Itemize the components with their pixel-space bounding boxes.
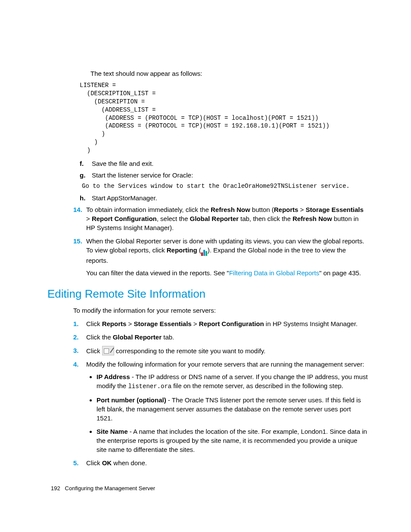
e2-end: tab. [162, 333, 174, 341]
edit-step-4-num: 4. [73, 360, 79, 369]
e5-end: when done. [112, 459, 147, 467]
edit-step-2: 2. Click the Global Reporter tab. [73, 333, 368, 342]
step-f-text: Save the file and exit. [92, 160, 153, 167]
step-15-paren-open: ( [197, 246, 201, 254]
listener-code-block: LISTENER = (DESCRIPTION_LIST = (DESCRIPT… [80, 81, 368, 155]
step-14-reports: Reports [274, 206, 299, 213]
e5-ok: OK [102, 459, 112, 467]
page-number: 192 [51, 485, 60, 492]
e1-gt1: > [126, 320, 134, 327]
footer-title: Configuring the Management Server [65, 485, 156, 492]
edit-step-4: 4. Modify the following information for … [73, 360, 368, 454]
edit-step-3-num: 3. [73, 346, 79, 355]
section-heading: Editing Remote Site Information [47, 286, 368, 302]
step-f: f. Save the file and exit. [80, 159, 368, 168]
step-15-line2b: " on page 435. [319, 269, 361, 277]
step-14-mid1: button ( [250, 206, 274, 213]
reporting-icon [201, 247, 208, 256]
e2-global-reporter: Global Reporter [113, 333, 162, 341]
bullet-ip-address: IP Address - The IP address or DNS name … [97, 372, 368, 391]
step-14-refresh-now-2: Refresh Now [293, 215, 332, 222]
step-14-storage-essentials: Storage Essentials [306, 206, 364, 213]
step-14-mid2: , select the [157, 215, 190, 222]
page-footer: 192 Configuring the Management Server [47, 485, 368, 492]
e3-a: Click [86, 347, 102, 355]
step-g-marker: g. [80, 171, 85, 180]
bullet-site-b: Site Name [97, 428, 128, 435]
edit-step-3: 3. Click corresponding to the remote sit… [73, 346, 368, 355]
step-14-num: 14. [73, 205, 82, 214]
step-15-para1: When the Global Reporter server is done … [86, 236, 368, 265]
filtering-data-link[interactable]: Filtering Data in Global Reports [229, 269, 319, 277]
e3-end: corresponding to the remote site you wan… [114, 347, 266, 355]
e1-reports: Reports [102, 320, 127, 327]
e1-gt2: > [192, 320, 199, 327]
e5-a: Click [86, 459, 102, 467]
bullet-site-name: Site Name - A name that includes the loc… [97, 427, 368, 454]
main-content: The text should now appear as follows: L… [73, 69, 368, 467]
edit-step-5-num: 5. [73, 458, 79, 467]
step-g: g. Start the listener service for Oracle… [80, 171, 368, 180]
e1-a: Click [86, 320, 102, 327]
step-f-marker: f. [80, 159, 84, 168]
edit-step-1-num: 1. [73, 319, 79, 328]
step-14-global-reporter: Global Reporter [190, 215, 238, 222]
e4-intro: Modify the following information for you… [86, 361, 364, 368]
bullet-port-b: Port number (optional) [97, 396, 166, 404]
step-14-text-1: To obtain information immediately, click… [86, 206, 211, 213]
e1-storage-essentials: Storage Essentials [134, 320, 191, 327]
e1-report-config: Report Configuration [199, 320, 264, 327]
step-15: 15. When the Global Reporter server is d… [73, 236, 368, 277]
edit-step-1: 1. Click Reports > Storage Essentials > … [73, 319, 368, 328]
step-14-gt2: > [86, 215, 92, 222]
bullet-ip-code: listener.ora [128, 383, 171, 390]
edit-icon [102, 346, 114, 355]
intro-text: The text should now appear as follows: [90, 69, 368, 78]
section-intro: To modify the information for your remot… [73, 306, 368, 315]
step-15-reporting: Reporting [167, 246, 197, 254]
step-15-line2a: You can filter the data viewed in the re… [86, 269, 229, 277]
bullet-port-number: Port number (optional) - The Oracle TNS … [97, 395, 368, 423]
step-g-text: Start the listener service for Oracle: [92, 171, 193, 179]
bullet-ip-b: IP Address [97, 373, 130, 380]
edit-step-5: 5. Click OK when done. [73, 458, 368, 467]
step-14: 14. To obtain information immediately, c… [73, 205, 368, 232]
edit-step-2-num: 2. [73, 333, 79, 342]
step-h: h. Start AppStorManager. [80, 193, 368, 202]
step-14-report-config: Report Configuration [92, 215, 157, 222]
step-h-marker: h. [80, 193, 85, 202]
e1-end: in HP Systems Insight Manager. [264, 320, 358, 327]
step-h-text: Start AppStorManager. [92, 194, 157, 202]
e2-a: Click the [86, 333, 113, 341]
bullet-site-t: - A name that includes the location of t… [97, 428, 367, 453]
step-g-code: Go to the Services window to start the O… [82, 182, 368, 191]
step-15-para2: You can filter the data viewed in the re… [86, 268, 368, 277]
step-14-mid3: tab, then click the [239, 215, 293, 222]
step-15-num: 15. [73, 236, 82, 246]
step-14-refresh-now-1: Refresh Now [211, 206, 250, 213]
step-14-gt1: > [298, 206, 305, 213]
bullet-ip-t2: file on the remote server, as described … [171, 382, 343, 389]
